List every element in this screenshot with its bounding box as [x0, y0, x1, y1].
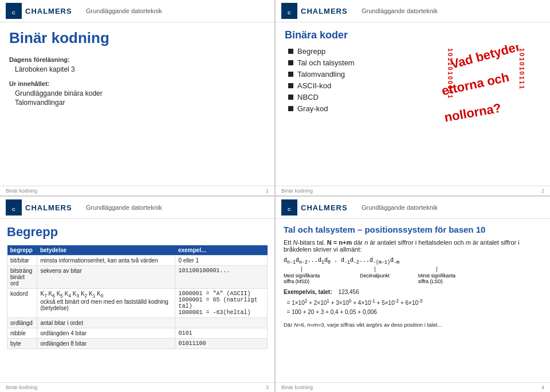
slide-2-footer: Binär kodning 2: [276, 186, 550, 195]
table-cell-kodord-term: kodord: [7, 289, 37, 318]
slide-1-title: Binär kodning: [9, 29, 265, 47]
slide-3-content: Begrepp begrepp betydelse exempel… bit/b…: [0, 219, 274, 382]
slide-2-footer-right: 2: [541, 188, 544, 194]
table-cell-byte-def: ordlängden 8 bitar: [37, 339, 175, 349]
slide-4-math: = 1×102 + 2×101 + 3×100 + 4×10-1 + 5×10-…: [284, 297, 542, 317]
slide-3-header-subtitle: Grundläggande datorteknik: [86, 204, 162, 211]
table-cell-ordlangd-ex: [175, 318, 268, 328]
chalmers-logo-icon: C: [6, 3, 22, 19]
deco-binary-vertical-1: 101010111: [518, 48, 525, 90]
table-cell-byte-term: byte: [7, 339, 37, 349]
table-cell-ordlangd-def: antal bitar i ordet: [37, 318, 175, 328]
slide-1-footer-right: 1: [266, 188, 269, 194]
slide-1: C CHALMERS Grundläggande datorteknik Bin…: [0, 0, 274, 195]
slide-1-section2-item-1: Grundläggande binära koder: [15, 89, 265, 97]
slide-4-footer-right: 4: [541, 385, 544, 390]
slide-3-logo-text: CHALMERS: [25, 203, 72, 212]
table-cell-bitstrang-term: bitsträngbinärt ord: [7, 266, 37, 289]
lsd-label: Minst signifikantasiffra (LSD): [418, 266, 455, 284]
slide-4-chalmers-logo-icon: C: [281, 199, 297, 215]
slide-2-content: Binära koder Begrepp Tal och talsystem T…: [276, 22, 550, 186]
slide-1-section1-item: Läroboken kapitel 3: [15, 65, 265, 73]
slide-4-outro: Där N=6, n=m=3, varje siffras vikt avgör…: [284, 322, 542, 328]
slide-4-intro: Ett N-bitars tal. N = n+m där n är antal…: [284, 239, 542, 253]
bullet-begrepp: Begrepp: [288, 47, 403, 56]
table-cell-kodord-def: K7 K6 K5 K4 K3 K2 K1 K0också ett binärt …: [37, 289, 175, 318]
number-display-row: dn-1dn-2...d1d0 . d-1d-2...d-(m-1)d-m: [284, 257, 542, 265]
table-cell-byte-ex: 01011100: [175, 339, 268, 349]
deco-text-vad: Vad betyder: [449, 45, 522, 72]
deco-text-nollorna: nollorna?: [443, 100, 502, 125]
slide-4-logo-text: CHALMERS: [301, 203, 348, 212]
table-header-begrepp: begrepp: [7, 245, 37, 256]
slide-3-footer: Binär kodning 3: [0, 382, 274, 392]
slide-2-footer-left: Binär kodning: [281, 188, 313, 194]
table-cell-ordlangd-term: ordlängd: [7, 318, 37, 328]
bullet-nbcd: NBCD: [288, 93, 403, 101]
svg-text:C: C: [12, 10, 15, 15]
bullet-sq-icon-3: [288, 72, 293, 77]
slide-1-footer-left: Binär kodning: [6, 188, 37, 194]
table-header-betydelse: betydelse: [37, 245, 175, 256]
bullet-sq-icon-5: [288, 95, 293, 100]
msd-label: Mest signifikantasiffra (MSD): [284, 266, 320, 284]
table-row-bitstrang: bitsträngbinärt ord sekvens av bitar 101…: [7, 266, 268, 289]
slide-2-header: C CHALMERS Grundläggande datorteknik: [276, 0, 550, 22]
slide-1-section2-item-2: Talomvandlingar: [15, 99, 265, 107]
decorative-text-area: 101010111 10110100001 Vad betyder ettorn…: [435, 45, 544, 160]
slide-2-bullet-list: Begrepp Tal och talsystem Talomvandling …: [288, 47, 403, 113]
slide-3-footer-left: Binär kodning: [6, 385, 37, 390]
slide-1-content: Binär kodning Dagens föreläsning: Lärobo…: [0, 22, 274, 186]
table-cell-nibble-ex: 0101: [175, 328, 268, 339]
decimal-label: Decimalpunkt: [360, 266, 390, 279]
slide-4-example-title: Exempelvis, talet: 123,456: [284, 289, 542, 295]
slide-1-header: C CHALMERS Grundläggande datorteknik: [0, 0, 274, 22]
slide-3-title: Begrepp: [7, 225, 268, 240]
table-cell-nibble-def: ordlängden 4 bitar: [37, 328, 175, 339]
bullet-sq-icon-4: [288, 83, 293, 88]
table-row-bit: bit/bitar minsta informationsenhet, kan …: [7, 256, 268, 266]
table-cell-nibble-term: nibble: [7, 328, 37, 339]
slide-4-logo-area: C CHALMERS: [281, 199, 356, 215]
slide-3-chalmers-logo-icon: C: [6, 199, 22, 215]
slide-4-content: Tal och talsystem – positionssystem för …: [276, 219, 550, 382]
slide-1-footer: Binär kodning 1: [0, 186, 274, 195]
table-cell-kodord-ex: 1000001 = "A" (ASCII)1000001 = 65 (natur…: [175, 289, 268, 318]
slide-1-section1-label: Dagens föreläsning:: [9, 56, 265, 63]
table-cell-bit-term: bit/bitar: [7, 256, 37, 266]
bullet-tal: Tal och talsystem: [288, 58, 403, 67]
slide-4-header: C CHALMERS Grundläggande datorteknik: [276, 197, 550, 219]
table-cell-bitstrang-ex: 101100100001...: [175, 266, 268, 289]
number-line-container: dn-1dn-2...d1d0 . d-1d-2...d-(m-1)d-m Me…: [284, 257, 542, 284]
table-header-exempel: exempel…: [175, 245, 268, 256]
svg-text:C: C: [12, 207, 15, 212]
slide-3: C CHALMERS Grundläggande datorteknik Beg…: [0, 197, 274, 392]
slide-2-title: Binära koder: [285, 29, 541, 41]
slide-2-header-subtitle: Grundläggande datorteknik: [362, 7, 438, 14]
bullet-sq-icon: [288, 49, 293, 54]
terms-table: begrepp betydelse exempel… bit/bitar min…: [7, 245, 268, 349]
table-cell-bit-def: minsta informationsenhet, kan anta två v…: [37, 256, 175, 266]
bullet-gray: Gray-kod: [288, 104, 403, 113]
bullet-ascii: ASCII-kod: [288, 81, 403, 90]
slide-1-section2-label: Ur innehållet:: [9, 80, 265, 87]
slide-4: C CHALMERS Grundläggande datorteknik Tal…: [276, 197, 550, 392]
slide-4-title: Tal och talsystem – positionssystem för …: [284, 225, 542, 234]
slide-4-header-subtitle: Grundläggande datorteknik: [362, 204, 438, 211]
bullet-sq-icon-6: [288, 106, 293, 111]
slide-2-logo-text: CHALMERS: [301, 7, 348, 15]
slide-2-logo-area: C CHALMERS: [281, 3, 356, 19]
bullet-talomvandling: Talomvandling: [288, 70, 403, 79]
slide-3-header: C CHALMERS Grundläggande datorteknik: [0, 197, 274, 219]
bullet-sq-icon-2: [288, 60, 293, 65]
number-display-text: dn-1dn-2...d1d0 . d-1d-2...d-(m-1)d-m: [284, 257, 399, 265]
table-row-byte: byte ordlängden 8 bitar 01011100: [7, 339, 268, 349]
slide-2: C CHALMERS Grundläggande datorteknik Bin…: [276, 0, 550, 195]
svg-text:C: C: [288, 207, 291, 212]
slide-4-footer-left: Binär kodning: [281, 385, 313, 390]
table-row-nibble: nibble ordlängden 4 bitar 0101: [7, 328, 268, 339]
slide-1-logo-area: C CHALMERS: [6, 3, 80, 19]
table-row-ordlangd: ordlängd antal bitar i ordet: [7, 318, 268, 328]
slide-3-footer-right: 3: [266, 385, 269, 390]
table-cell-bit-ex: 0 eller 1: [175, 256, 268, 266]
